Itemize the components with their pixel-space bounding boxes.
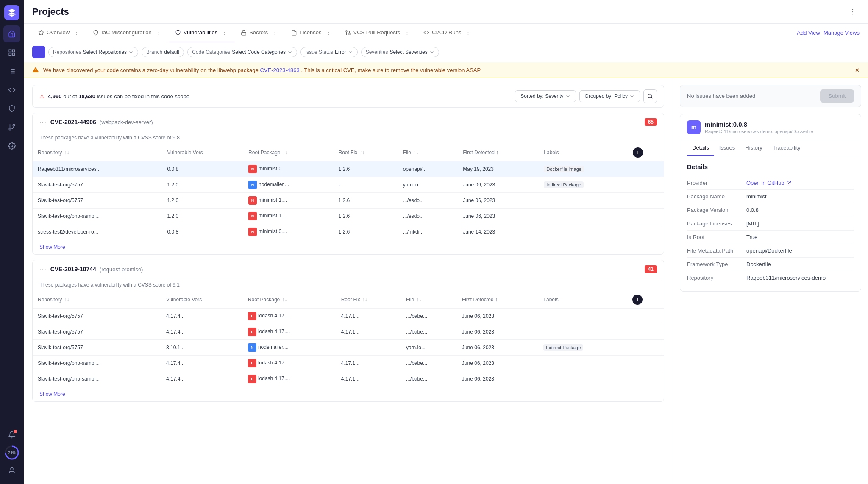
sidebar-item-user[interactable] [3,462,20,479]
detail-value-isroot: True [746,234,854,240]
add-column-button-1[interactable]: + [633,147,643,158]
table-row[interactable]: Raqeeb311/microservices... 0.0.8 Nminimi… [33,161,664,177]
tab-iac[interactable]: IaC Misconfiguration ⋮ [87,24,169,42]
more-options-button[interactable] [846,5,860,19]
cell-repo: Raqeeb311/microservices... [33,161,162,177]
add-view-button[interactable]: Add View [797,30,820,36]
open-in-github-link[interactable]: Open in GitHub [746,180,854,186]
detail-row-framework: Framework Type Dockerfile [687,258,854,271]
topbar-actions [846,5,860,19]
code-categories-filter[interactable]: Code Categories Select Code Categories [187,47,297,57]
tab-licenses[interactable]: Licenses ⋮ [285,24,339,42]
package-tab-issues[interactable]: Issues [714,140,740,156]
col-file-2[interactable]: File ↑↓ [401,291,457,309]
tab-vcs-dots[interactable]: ⋮ [403,29,412,36]
tab-vcs[interactable]: VCS Pull Requests ⋮ [339,24,418,42]
col-repo-2[interactable]: Repository ↑↓ [33,291,161,309]
tab-cicd-dots[interactable]: ⋮ [464,29,473,36]
col-pkg-2[interactable]: Root Package ↑↓ [243,291,336,309]
detail-value-filepath: openapi/Dockerfile [746,248,854,254]
app-logo[interactable] [4,5,19,20]
col-vuln-2[interactable]: Vulnerable Vers [161,291,243,309]
sidebar-item-dashboard[interactable] [3,44,20,61]
sidebar-item-home[interactable] [3,25,20,42]
cell-fix: 1.2.6 [333,209,398,224]
sidebar-item-branch[interactable] [3,119,20,136]
add-column-button-2[interactable]: + [632,295,643,305]
cell-vuln: 4.17.4... [161,309,243,324]
cell-extra [627,356,664,371]
tab-vuln-dots[interactable]: ⋮ [220,29,229,36]
tab-secrets[interactable]: Secrets ⋮ [235,24,285,42]
table-row[interactable]: Slavik-test-org/php-sampl... 4.17.4... L… [33,371,664,387]
detail-value-repo: Raqeeb311/microservices-demo [746,275,854,281]
issue-cve-1[interactable]: CVE-2021-44906 [50,119,96,125]
cell-pkg: Nminimist 1.... [243,209,333,224]
svg-point-16 [11,467,13,470]
tab-iac-dots[interactable]: ⋮ [154,29,163,36]
show-more-link-2[interactable]: Show More [39,391,65,397]
label-badge: Dockerfile Image [544,166,584,172]
sidebar-item-bell[interactable] [3,426,20,443]
sidebar-item-shield[interactable] [3,100,20,117]
tab-vulnerabilities[interactable]: Vulnerabilities ⋮ [169,24,235,42]
table-row[interactable]: stress-test2/developer-ro... 0.0.8 Nmini… [33,224,664,240]
package-tab-details[interactable]: Details [687,140,714,156]
tab-cicd[interactable]: CI/CD Runs ⋮ [417,24,479,42]
branch-filter[interactable]: Branch default [142,47,184,57]
package-tab-traceability[interactable]: Traceability [768,140,806,156]
sidebar-item-list[interactable] [3,63,20,80]
issues-panel: ⚠ 4,990 out of 18,630 issues can be fixe… [24,78,673,484]
table-row[interactable]: Slavik-test-org/5757 1.2.0 Nminimist 1..… [33,193,664,209]
tab-licenses-dots[interactable]: ⋮ [324,29,333,36]
col-detected-1[interactable]: First Detected ↑ [458,144,539,161]
table-row[interactable]: Slavik-test-org/5757 1.2.0 Nnodemailer..… [33,177,664,193]
col-file-1[interactable]: File ↑↓ [398,144,458,161]
cell-fix: 4.17.1... [336,309,401,324]
tab-overview[interactable]: Overview ⋮ [32,24,87,42]
search-button[interactable] [643,89,657,103]
sidebar-item-settings[interactable] [3,137,20,154]
table-row[interactable]: Slavik-test-org/5757 4.17.4... Llodash 4… [33,309,664,324]
detail-label-pkgname: Package Name [687,193,746,200]
svg-point-13 [11,145,13,147]
pkg-icon: N [248,212,257,220]
manage-views-button[interactable]: Manage Views [823,30,860,36]
table-row[interactable]: Slavik-test-org/php-sampl... 4.17.4... L… [33,356,664,371]
alert-link[interactable]: CVE-2023-4863 [260,67,299,73]
col-repo-1[interactable]: Repository ↑↓ [33,144,162,161]
col-pkg-1[interactable]: Root Package ↑↓ [243,144,333,161]
severities-filter[interactable]: Severities Select Severities [361,47,439,57]
table-row[interactable]: Slavik-test-org/5757 4.17.4... Llodash 4… [33,324,664,340]
tab-secrets-dots[interactable]: ⋮ [270,29,279,36]
issue-group-dots-1[interactable]: ··· [39,119,47,125]
col-vuln-1[interactable]: Vulnerable Vers [162,144,244,161]
col-add-1: + [628,144,664,161]
issue-group-dots-2[interactable]: ··· [39,266,47,273]
show-more-link-1[interactable]: Show More [39,244,65,250]
repositories-filter[interactable]: Repositories Select Repositories [48,47,138,57]
sidebar-item-code[interactable] [3,81,20,98]
detail-label-repo: Repository [687,275,746,281]
detail-row-isroot: Is Root True [687,231,854,244]
alert-close-button[interactable]: ✕ [855,67,860,73]
issue-cve-2[interactable]: CVE-2019-10744 [50,266,96,273]
col-fix-1[interactable]: Root Fix ↑↓ [333,144,398,161]
tab-overview-dots[interactable]: ⋮ [72,29,81,36]
cell-vuln: 0.0.8 [162,161,244,177]
cell-label: Indirect Package [539,177,628,193]
col-labels-2[interactable]: Labels [538,291,627,309]
group-button[interactable]: Grouped by: Policy [579,90,640,102]
sort-button[interactable]: Sorted by: Severity [515,90,576,102]
col-fix-2[interactable]: Root Fix ↑↓ [336,291,401,309]
col-labels-1[interactable]: Labels [539,144,628,161]
package-tab-history[interactable]: History [740,140,767,156]
table-row[interactable]: Slavik-test-org/php-sampl... 1.2.0 Nmini… [33,209,664,224]
detail-label-framework: Framework Type [687,261,746,267]
table-row[interactable]: Slavik-test-org/5757 3.10.1... Nnodemail… [33,340,664,356]
svg-point-17 [852,9,853,10]
submit-button[interactable]: Submit [820,89,854,103]
issue-status-filter[interactable]: Issue Status Error [300,47,358,57]
sidebar-progress[interactable]: 74% [4,445,19,460]
col-detected-2[interactable]: First Detected ↑ [457,291,538,309]
